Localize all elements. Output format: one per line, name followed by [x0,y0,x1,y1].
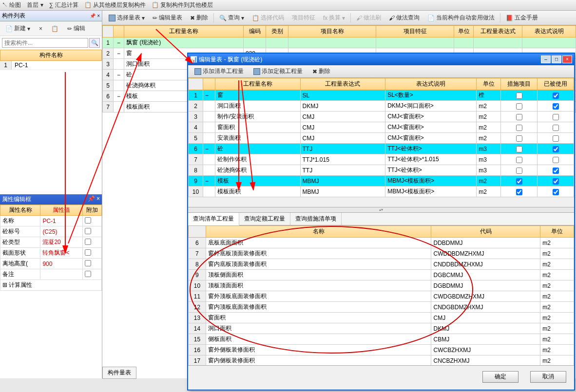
add-quota-qty-button[interactable]: 添加定额工程量 [250,66,306,77]
edit-qty-dialog: 📊 编辑量表 - 飘窗 (现浇砼) – □ × 添加清单工程量 添加定额工程量 … [187,53,575,391]
dialog-titlebar[interactable]: 📊 编辑量表 - 飘窗 (现浇砼) – □ × [188,54,574,65]
search-button[interactable]: 🔍 [89,38,100,48]
measure-checkbox[interactable] [516,114,522,120]
dialog-qty-row[interactable]: 8 砼浇捣体积TTJTTJ<砼体积>m3 [189,165,574,176]
sum-button[interactable]: ∑ 汇总计算 [49,1,78,9]
dialog-qty-row[interactable]: 3 制作/安装面积CMJCMJ<窗面积>m2 [189,112,574,122]
query-row[interactable]: 15侧板面积CBMJm2 [189,334,574,345]
hardware-manual-button[interactable]: 📕五金手册 [502,12,541,23]
component-name-cell[interactable]: PC-1 [12,61,102,70]
prop-row[interactable]: 砼类型混凝20 [0,237,102,248]
delete-button[interactable]: ✖删除 [309,66,334,77]
new-button[interactable]: 📄 新建 ▾ [2,23,34,34]
query-row[interactable]: 8窗内底板顶面装修面积CNDDBDMZHXMJm2 [189,259,574,270]
used-checkbox[interactable] [553,114,559,120]
copy-from-button[interactable]: 📋 从其他楼层复制构件 [84,1,146,9]
attach-checkbox[interactable] [85,271,91,277]
tab-query-quota[interactable]: 查询定额工程量 [239,213,290,225]
tab-query-measure[interactable]: 查询措施清单项 [290,213,342,225]
measure-checkbox[interactable] [516,189,522,195]
attach-checkbox[interactable] [85,217,91,224]
close-button[interactable]: × [562,56,572,63]
query-row[interactable]: 12窗内顶板底面装修面积CNDGBDMZHXMJm2 [189,302,574,313]
pin-icon[interactable]: 📌 × [88,195,100,204]
measure-checkbox[interactable] [516,125,522,131]
query-row[interactable]: 6底板底面面积DDBDMMJm2 [189,238,574,248]
dialog-qty-row[interactable]: 10 模板面积MBMJMBMJ<模板面积>m2 [189,187,574,197]
measure-checkbox[interactable] [516,135,522,142]
used-checkbox[interactable] [553,93,559,99]
delete-button[interactable]: ✖删除 [187,12,211,23]
attach-checkbox[interactable] [85,239,91,245]
used-checkbox[interactable] [553,189,559,195]
prop-row[interactable]: 截面形状转角飘窗< [0,248,102,259]
copy-icon[interactable]: 📋 [48,24,62,34]
query-row[interactable]: 11窗外顶板底面装修面积CWDGBDMZHXMJm2 [189,291,574,302]
used-checkbox[interactable] [553,168,559,174]
used-checkbox[interactable] [553,146,559,152]
add-list-qty-button[interactable]: 添加清单工程量 [191,66,247,77]
col-code: 编码 [244,26,266,37]
dialog-qty-row[interactable]: 9− 模板MBMJMBMJ<模板面积>m2 [189,176,574,187]
bottom-tab-component-qty[interactable]: 构件量表 [102,367,136,379]
edit-qty-button[interactable]: ✏编辑量表 [149,12,186,23]
attach-checkbox[interactable] [85,260,91,266]
right-toolbar: 选择量表 ▾ ✏编辑量表 ✖删除 🔍查询 ▾ 📋选择代码 项目特征 fx 换算 … [102,11,576,25]
query-button[interactable]: 🔍查询 ▾ [216,12,248,23]
query-row[interactable]: 16窗外侧板装修面积CWCBZHXMJm2 [189,345,574,355]
used-checkbox[interactable] [553,157,559,163]
prop-row[interactable]: 名称PC-1 [0,216,102,226]
query-row[interactable]: 17窗内侧板装修面积CNCBZHXMJm2 [189,355,574,366]
dialog-qty-row[interactable]: 5 安装面积CMJCMJ<窗面积>m2 [189,133,574,144]
expand-calc-props[interactable]: ⊞ 计算属性 [0,280,102,291]
used-checkbox[interactable] [553,125,559,131]
tab-query-list[interactable]: 查询清单工程量 [188,213,239,225]
query-row[interactable]: 14洞口面积DKMJm2 [189,323,574,334]
used-checkbox[interactable] [553,103,559,110]
measure-checkbox[interactable] [516,168,522,174]
cancel-button[interactable]: 取消 [530,371,566,383]
select-code-button: 📋选择代码 [249,12,288,23]
component-row[interactable]: 1 PC-1 [0,61,102,70]
measure-checkbox[interactable] [516,178,522,185]
query-tabs: 查询清单工程量 查询定额工程量 查询措施清单项 [188,213,574,225]
brush-query-button[interactable]: 🖌做法查询 [385,12,423,23]
dialog-qty-grid[interactable]: 工程量名称 工程量表达式 表达式说明 单位 措施项目 已被使用 1− 窗SLSL… [188,78,574,197]
select-qty-button[interactable]: 选择量表 ▾ [105,12,148,23]
copy-to-button[interactable]: 📋 复制构件到其他楼层 [152,1,213,9]
attach-checkbox[interactable] [85,249,91,256]
prop-row[interactable]: 离地高度(900 [0,259,102,269]
pin-icon[interactable]: 📌 × [90,13,100,19]
query-row[interactable]: 13窗面积CMJm2 [189,313,574,323]
measure-checkbox[interactable] [516,103,522,110]
splitter[interactable]: ▴▾ [188,207,574,213]
attach-checkbox[interactable] [85,228,91,234]
query-result-grid[interactable]: 名称 代码 单位 6底板底面面积DDBDMMJm27窗外底板顶面装修面积CWDD… [188,225,574,365]
measure-checkbox[interactable] [516,146,522,152]
maximize-button[interactable]: □ [552,56,561,63]
used-checkbox[interactable] [553,178,559,185]
measure-checkbox[interactable] [516,157,522,163]
search-input[interactable] [2,38,88,48]
draw-menu[interactable]: ↖ 绘图 [2,1,21,9]
used-checkbox[interactable] [553,135,559,142]
dialog-qty-row[interactable]: 7 砼制作体积TTJ*1.015TTJ<砼体积>*1.015m3 [189,154,574,165]
minimize-button[interactable]: – [541,56,551,63]
floor-selector[interactable]: 首层 ▾ [27,1,43,9]
measure-checkbox[interactable] [516,93,522,99]
query-row[interactable]: 9顶板侧面面积DGBCMMJm2 [189,270,574,280]
qty-row[interactable]: 1−飘窗 (现浇砼) [103,37,576,48]
dialog-qty-row[interactable]: 4 窗面积CMJCMJ<窗面积>m2 [189,122,574,133]
edit-button[interactable]: ✏ 编辑 [64,23,89,34]
dialog-qty-row[interactable]: 6− 砼TTJTTJ<砼体积>m3 [189,144,574,154]
dialog-qty-row[interactable]: 2 洞口面积DKMJDKMJ<洞口面积>m2 [189,101,574,112]
dialog-qty-row[interactable]: 1− 窗SLSL<数量>樘 [189,90,574,101]
row-number: 1 [0,61,12,70]
auto-set-button[interactable]: 📄当前构件自动套用做法 [424,12,498,23]
ok-button[interactable]: 确定 [482,371,518,383]
prop-row[interactable]: 备注 [0,269,102,280]
delete-button[interactable]: × [36,24,46,34]
query-row[interactable]: 10顶板顶面面积DGBDMMJm2 [189,280,574,291]
prop-row[interactable]: 砼标号(C25) [0,226,102,237]
query-row[interactable]: 7窗外底板顶面装修面积CWDDBDMZHXMJm2 [189,248,574,259]
